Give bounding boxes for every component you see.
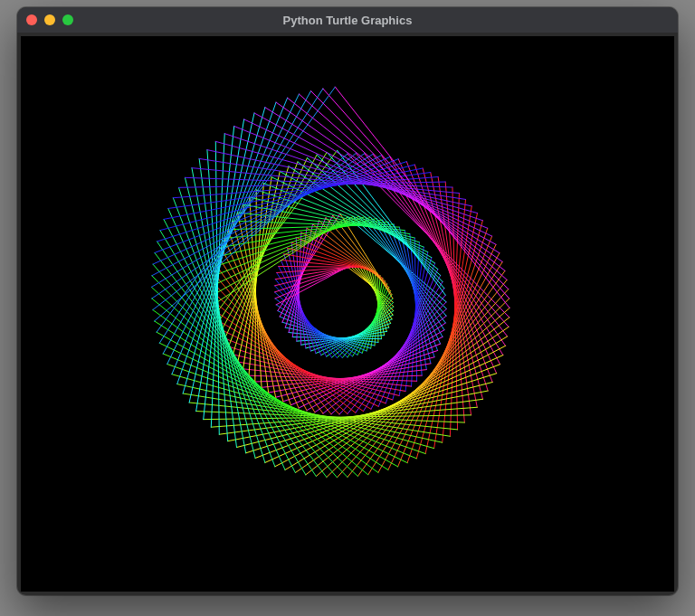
svg-line-245 bbox=[152, 156, 382, 276]
turtle-canvas bbox=[21, 36, 674, 592]
window-title: Python Turtle Graphics bbox=[17, 14, 678, 27]
traffic-lights bbox=[26, 14, 73, 25]
spirograph-drawing bbox=[21, 36, 674, 592]
svg-line-241 bbox=[155, 154, 348, 321]
close-icon[interactable] bbox=[26, 14, 37, 25]
maximize-icon[interactable] bbox=[62, 14, 73, 25]
svg-line-249 bbox=[160, 165, 414, 231]
svg-line-246 bbox=[153, 156, 390, 264]
svg-line-250 bbox=[164, 168, 423, 219]
svg-line-53 bbox=[276, 267, 348, 305]
titlebar[interactable]: Python Turtle Graphics bbox=[17, 7, 678, 33]
minimize-icon[interactable] bbox=[44, 14, 55, 25]
app-window: Python Turtle Graphics bbox=[17, 7, 678, 595]
